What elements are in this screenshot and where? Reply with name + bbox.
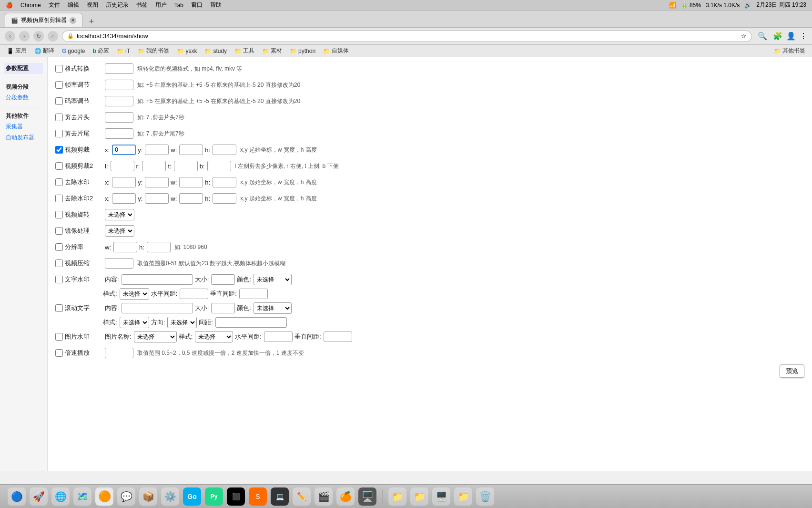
select-sct-style[interactable]: 未选择	[120, 317, 149, 328]
dock-folder1[interactable]: 📁	[388, 487, 406, 506]
bookmark-it[interactable]: 📁 IT	[114, 47, 133, 55]
preview-button[interactable]: 预览	[780, 364, 804, 378]
dock-wechat[interactable]: 💬	[117, 487, 135, 506]
input-cut-tail[interactable]	[105, 128, 133, 139]
bookmark-translate[interactable]: 🌐 翻译	[31, 46, 57, 56]
checkbox-video-crop2[interactable]	[55, 162, 63, 170]
dock-easymon[interactable]: 📦	[139, 487, 157, 506]
apple-menu[interactable]: 🍎	[6, 2, 13, 9]
input-wm-y[interactable]	[145, 177, 169, 187]
input-twm-content[interactable]	[122, 274, 193, 285]
input-wm2-h[interactable]	[213, 193, 236, 204]
new-tab-button[interactable]: +	[84, 16, 99, 27]
select-mirror[interactable]: 未选择	[105, 225, 134, 237]
sidebar-item-split-params[interactable]: 分段参数	[4, 92, 43, 103]
input-sct-size[interactable]	[211, 303, 235, 313]
checkbox-frame-rate[interactable]	[55, 81, 63, 89]
menu-user[interactable]: 用户	[155, 1, 167, 9]
dock-ide[interactable]: 💻	[271, 487, 289, 506]
input-resolution-w[interactable]	[113, 242, 137, 252]
home-button[interactable]: ⌂	[48, 31, 58, 41]
menu-view[interactable]: 视图	[87, 1, 98, 9]
checkbox-scroll-text[interactable]	[55, 304, 63, 312]
bookmark-selfmedia[interactable]: 📁 自媒体	[320, 46, 352, 56]
bookmark-materials[interactable]: 📁 素材	[259, 46, 285, 56]
search-icon[interactable]: 🔍	[758, 31, 767, 41]
dock-moviemaker[interactable]: 🎬	[315, 487, 333, 506]
menu-tab[interactable]: Tab	[174, 2, 183, 9]
input-crop-y[interactable]	[145, 145, 169, 155]
app-name[interactable]: Chrome	[20, 2, 41, 9]
refresh-button[interactable]: ↻	[33, 31, 44, 41]
checkbox-bitrate[interactable]	[55, 97, 63, 105]
dock-pycharm[interactable]: Py	[205, 487, 223, 506]
menu-bookmarks[interactable]: 书签	[136, 1, 148, 9]
checkbox-video-crop[interactable]	[55, 146, 63, 154]
input-crop2-b[interactable]	[207, 161, 231, 171]
input-video-compress[interactable]	[105, 258, 133, 269]
dock-cursor2[interactable]: 🖥️	[358, 487, 376, 506]
input-cut-head[interactable]	[105, 112, 133, 123]
extensions-icon[interactable]: 🧩	[773, 31, 782, 41]
dock-launchpad[interactable]: 🚀	[30, 487, 48, 506]
select-iwm-style[interactable]: 未选择	[195, 331, 233, 342]
menu-window[interactable]: 窗口	[191, 1, 203, 9]
input-format-convert[interactable]	[105, 63, 133, 74]
menu-history[interactable]: 历史记录	[106, 1, 129, 9]
input-twm-vspace[interactable]	[239, 289, 268, 299]
checkbox-cut-head[interactable]	[55, 114, 63, 121]
forward-button[interactable]: ›	[19, 31, 30, 41]
dock-vlc[interactable]: 🍊	[336, 487, 355, 506]
input-wm-x[interactable]	[112, 177, 136, 187]
bookmark-tools[interactable]: 📁 工具	[232, 46, 257, 56]
bookmark-mybookmarks[interactable]: 📁 我的书签	[135, 46, 172, 56]
input-sct-spacing[interactable]	[215, 317, 287, 328]
checkbox-format-convert[interactable]	[55, 65, 63, 73]
input-crop2-r[interactable]	[142, 161, 166, 171]
input-crop-h[interactable]	[213, 145, 236, 155]
menu-edit[interactable]: 编辑	[68, 1, 79, 9]
dock-safari[interactable]: 🌐	[51, 487, 70, 506]
input-wm2-y[interactable]	[145, 193, 169, 204]
menu-file[interactable]: 文件	[49, 1, 60, 9]
checkbox-video-rotate[interactable]	[55, 211, 63, 218]
checkbox-video-compress[interactable]	[55, 259, 63, 267]
select-iwm-imgname[interactable]: 未选择	[134, 331, 177, 342]
checkbox-remove-watermark2[interactable]	[55, 195, 63, 202]
checkbox-text-watermark[interactable]	[55, 276, 63, 283]
checkbox-remove-watermark[interactable]	[55, 178, 63, 186]
bookmark-apps[interactable]: 📱 应用	[4, 46, 30, 56]
input-wm2-x[interactable]	[112, 193, 136, 204]
bookmark-google[interactable]: G google	[59, 47, 88, 55]
input-resolution-h[interactable]	[147, 242, 171, 252]
dock-goland[interactable]: Go	[183, 487, 201, 506]
dock-maps[interactable]: 🗺️	[73, 487, 91, 506]
input-wm-w[interactable]	[179, 177, 203, 187]
input-bitrate[interactable]	[105, 96, 133, 106]
input-crop-w[interactable]	[179, 145, 203, 155]
dock-cursor[interactable]: ✏️	[293, 487, 311, 506]
checkbox-image-watermark[interactable]	[55, 333, 63, 341]
select-video-rotate[interactable]: 未选择	[105, 209, 134, 220]
active-tab[interactable]: 🎬 视频伪原创剪辑器 ×	[5, 13, 82, 27]
checkbox-speed[interactable]	[55, 349, 63, 357]
dock-trash[interactable]: 🗑️	[476, 487, 494, 506]
profile-icon[interactable]: 👤	[786, 31, 796, 41]
sidebar-item-auto-publish[interactable]: 自动发布器	[4, 132, 43, 143]
dock-folder2[interactable]: 📁	[410, 487, 428, 506]
input-twm-hspace[interactable]	[180, 289, 208, 299]
checkbox-cut-tail[interactable]	[55, 130, 63, 137]
checkbox-resolution[interactable]	[55, 243, 63, 251]
sidebar-item-params[interactable]: 参数配置	[4, 63, 43, 74]
select-twm-color[interactable]: 未选择	[254, 274, 292, 285]
select-sct-direction[interactable]: 未选择	[167, 317, 197, 328]
input-sct-content[interactable]	[122, 303, 193, 313]
back-button[interactable]: ‹	[5, 31, 15, 41]
input-speed[interactable]	[105, 348, 133, 358]
input-crop2-t[interactable]	[174, 161, 198, 171]
bookmark-python[interactable]: 📁 python	[287, 47, 318, 55]
dock-sublime[interactable]: S	[249, 487, 267, 506]
bookmark-others[interactable]: 📁 其他书签	[771, 46, 808, 56]
input-twm-size[interactable]	[211, 274, 235, 285]
dock-folder3[interactable]: 🖥️	[432, 487, 450, 506]
